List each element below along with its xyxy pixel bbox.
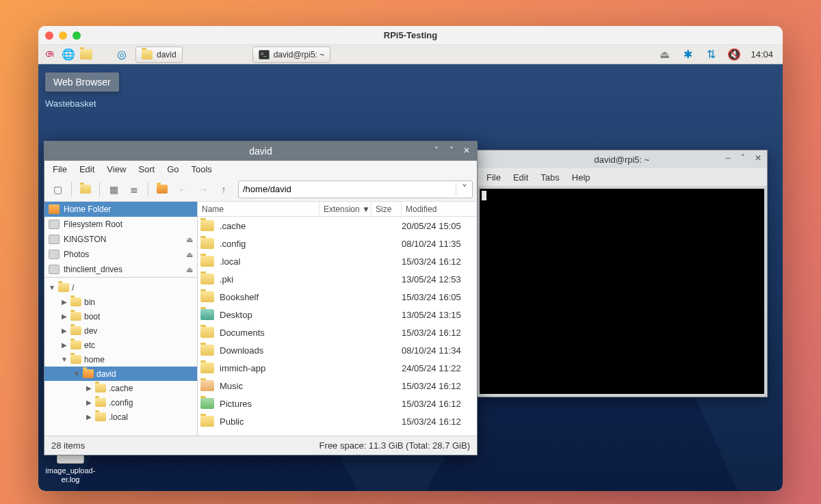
col-size-header[interactable]: Size <box>372 202 402 216</box>
fm-roll-button[interactable]: ˅ <box>432 146 441 155</box>
browser-launcher-icon[interactable]: 🌐 <box>60 47 77 63</box>
fm-titlebar[interactable]: david ˅ ˄ ✕ <box>44 142 477 161</box>
bluetooth-tray-icon[interactable]: ✱ <box>681 48 694 61</box>
folder-icon <box>200 220 214 231</box>
place-photos[interactable]: Photos⏏ <box>44 247 197 262</box>
eject-icon[interactable]: ⏏ <box>186 235 193 244</box>
taskbar-task-filemanager[interactable]: david <box>135 47 183 63</box>
eject-icon[interactable]: ⏏ <box>186 265 193 274</box>
path-history-dropdown[interactable]: ˅ <box>456 183 472 196</box>
tree-node-david[interactable]: ▼david <box>44 367 197 381</box>
volume-muted-tray-icon[interactable]: 🔇 <box>727 48 741 61</box>
file-row[interactable]: Bookshelf15/03/24 16:05 <box>198 288 477 306</box>
tree-node-cache[interactable]: ▶.cache <box>44 381 197 395</box>
expand-arrow-icon[interactable]: ▼ <box>61 356 68 363</box>
home-button[interactable] <box>153 181 171 198</box>
fm-menu-tools[interactable]: Tools <box>186 163 218 176</box>
expand-arrow-icon[interactable]: ▶ <box>86 413 92 421</box>
list-view-button[interactable]: ≣ <box>125 181 143 198</box>
file-row[interactable]: immich-app24/05/24 11:22 <box>198 359 477 377</box>
col-modified-header[interactable]: Modified <box>402 202 477 216</box>
expand-arrow-icon[interactable]: ▶ <box>86 399 92 406</box>
fm-menu-sort[interactable]: Sort <box>133 163 160 176</box>
file-modified: 15/03/24 16:12 <box>402 381 477 391</box>
terminal-menu-help[interactable]: Help <box>566 170 596 185</box>
file-row[interactable]: .pki13/05/24 12:53 <box>198 270 477 288</box>
expand-arrow-icon[interactable]: ▶ <box>61 341 68 349</box>
remote-desktop[interactable]: Web Browser Wastebasket image_upload- er… <box>38 64 783 491</box>
place-home-folder[interactable]: Home Folder <box>44 202 197 217</box>
column-headers: Name Extension ▼ Size Modified <box>198 202 477 217</box>
tree-label: .config <box>109 398 133 408</box>
col-extension-header[interactable]: Extension ▼ <box>320 202 372 216</box>
magnifier-launcher-icon[interactable]: ◎ <box>114 47 130 63</box>
new-tab-button[interactable]: ▢ <box>49 181 66 198</box>
file-manager-window[interactable]: david ˅ ˄ ✕ File Edit View Sort Go Tools… <box>44 141 478 455</box>
file-row[interactable]: Public15/03/24 16:12 <box>198 412 477 430</box>
up-button[interactable]: ↑ <box>215 181 233 198</box>
wastebasket-icon[interactable]: Wastebasket <box>45 98 96 109</box>
fm-menu-edit[interactable]: Edit <box>74 163 100 176</box>
terminal-menu-edit[interactable]: Edit <box>508 170 534 185</box>
terminal-close-button[interactable]: ✕ <box>753 153 763 163</box>
tree-node-[interactable]: ▼/ <box>44 280 197 295</box>
tree-node-config[interactable]: ▶.config <box>44 395 197 410</box>
terminal-menu-file[interactable]: File <box>481 170 506 185</box>
fm-menu-go[interactable]: Go <box>161 163 184 176</box>
file-row[interactable]: .config08/10/24 11:35 <box>198 235 477 252</box>
tree-node-boot[interactable]: ▶boot <box>44 309 197 323</box>
network-tray-icon[interactable]: ⇅ <box>704 48 718 61</box>
path-input[interactable] <box>239 184 456 194</box>
tree-node-dev[interactable]: ▶dev <box>44 323 197 338</box>
fm-menu-file[interactable]: File <box>47 163 73 176</box>
file-name: Public <box>220 416 320 427</box>
expand-arrow-icon[interactable]: ▼ <box>73 370 80 377</box>
place-thinclient_drives[interactable]: thinclient_drives⏏ <box>44 262 197 277</box>
new-folder-button[interactable] <box>77 181 94 198</box>
tree-node-home[interactable]: ▼home <box>44 352 197 367</box>
terminal-maximize-button[interactable]: ˄ <box>738 153 748 163</box>
expand-arrow-icon[interactable]: ▶ <box>61 298 68 306</box>
tree-label: home <box>84 355 105 364</box>
file-row[interactable]: Pictures15/03/24 16:12 <box>198 395 477 412</box>
terminal-window[interactable]: david@rpi5: ~ – ˄ ✕ File Edit Tabs Help <box>476 150 768 397</box>
tree-node-etc[interactable]: ▶etc <box>44 338 197 352</box>
expand-arrow-icon[interactable]: ▶ <box>61 313 68 320</box>
place-kingston[interactable]: KINGSTON⏏ <box>44 232 197 247</box>
forward-button[interactable]: → <box>194 181 212 198</box>
file-row[interactable]: Music15/03/24 16:12 <box>198 377 477 395</box>
menu-launcher-icon[interactable]: ෧ <box>42 47 59 63</box>
tree-label: / <box>72 283 74 293</box>
expand-arrow-icon[interactable]: ▶ <box>86 384 92 392</box>
tree-node-local[interactable]: ▶.local <box>44 410 197 424</box>
icon-view-button[interactable]: ▦ <box>105 181 122 198</box>
place-filesystem-root[interactable]: Filesystem Root <box>44 217 197 232</box>
file-row[interactable]: Downloads08/10/24 11:34 <box>198 341 477 359</box>
back-button[interactable]: ← <box>174 181 192 198</box>
fm-maximize-button[interactable]: ˄ <box>447 146 456 155</box>
tree-node-bin[interactable]: ▶bin <box>44 295 197 309</box>
eject-icon[interactable]: ⏏ <box>186 250 193 259</box>
files-launcher-icon[interactable] <box>78 47 94 63</box>
terminal-body[interactable] <box>480 189 764 394</box>
file-name: Desktop <box>220 310 320 320</box>
expand-arrow-icon[interactable]: ▼ <box>49 284 55 291</box>
terminal-titlebar[interactable]: david@rpi5: ~ – ˄ ✕ <box>477 150 767 168</box>
fm-menu-view[interactable]: View <box>101 163 131 176</box>
file-row[interactable]: Desktop13/05/24 13:15 <box>198 306 477 323</box>
file-list[interactable]: .cache20/05/24 15:05.config08/10/24 11:3… <box>198 217 477 436</box>
taskbar-task-terminal[interactable]: david@rpi5: ~ <box>252 47 331 63</box>
terminal-minimize-button[interactable]: – <box>723 153 733 163</box>
eject-tray-icon[interactable]: ⏏ <box>657 48 671 61</box>
terminal-launcher-icon[interactable] <box>96 47 112 63</box>
fm-close-button[interactable]: ✕ <box>462 146 471 155</box>
expand-arrow-icon[interactable]: ▶ <box>61 327 68 334</box>
fm-title: david <box>249 146 272 157</box>
terminal-menu-tabs[interactable]: Tabs <box>535 170 564 185</box>
file-row[interactable]: .cache20/05/24 15:05 <box>198 217 477 235</box>
clock[interactable]: 14:04 <box>751 49 773 59</box>
col-name-header[interactable]: Name <box>198 202 320 216</box>
file-row[interactable]: Documents15/03/24 16:12 <box>198 323 477 341</box>
fm-sidebar: Home FolderFilesystem RootKINGSTON⏏Photo… <box>44 202 198 436</box>
file-row[interactable]: .local15/03/24 16:12 <box>198 252 477 270</box>
